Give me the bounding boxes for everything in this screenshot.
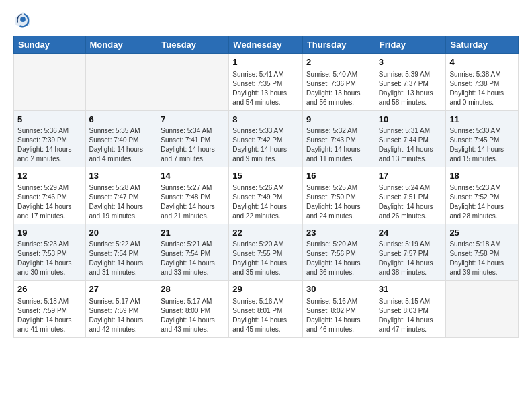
weekday-header-saturday: Saturday — [446, 36, 519, 54]
day-info: Sunrise: 5:25 AMSunset: 7:50 PMDaylight:… — [306, 183, 371, 221]
day-number: 3 — [379, 56, 443, 68]
calendar-week-1: 1Sunrise: 5:41 AMSunset: 7:35 PMDaylight… — [14, 54, 519, 111]
day-info: Sunrise: 5:17 AMSunset: 7:59 PMDaylight:… — [89, 297, 154, 334]
day-number: 30 — [306, 283, 371, 295]
day-info: Sunrise: 5:41 AMSunset: 7:35 PMDaylight:… — [232, 70, 299, 107]
logo-icon — [13, 10, 32, 29]
logo — [13, 10, 35, 29]
calendar-cell: 6Sunrise: 5:35 AMSunset: 7:40 PMDaylight… — [85, 110, 157, 167]
calendar-cell: 8Sunrise: 5:33 AMSunset: 7:42 PMDaylight… — [229, 110, 303, 167]
day-number: 12 — [17, 170, 82, 182]
day-number: 20 — [89, 227, 154, 239]
calendar-cell: 18Sunrise: 5:23 AMSunset: 7:52 PMDayligh… — [446, 167, 519, 224]
calendar-week-5: 26Sunrise: 5:18 AMSunset: 7:59 PMDayligh… — [14, 281, 519, 338]
day-info: Sunrise: 5:39 AMSunset: 7:37 PMDaylight:… — [379, 70, 443, 107]
day-info: Sunrise: 5:30 AMSunset: 7:45 PMDaylight:… — [449, 126, 515, 164]
day-number: 21 — [161, 227, 225, 239]
calendar-cell: 13Sunrise: 5:28 AMSunset: 7:47 PMDayligh… — [85, 167, 157, 224]
calendar-cell: 16Sunrise: 5:25 AMSunset: 7:50 PMDayligh… — [302, 167, 375, 224]
day-info: Sunrise: 5:36 AMSunset: 7:39 PMDaylight:… — [17, 126, 82, 164]
day-info: Sunrise: 5:38 AMSunset: 7:38 PMDaylight:… — [449, 70, 515, 107]
calendar-cell: 24Sunrise: 5:19 AMSunset: 7:57 PMDayligh… — [375, 224, 446, 281]
calendar-cell: 19Sunrise: 5:23 AMSunset: 7:53 PMDayligh… — [14, 224, 86, 281]
calendar-cell: 31Sunrise: 5:15 AMSunset: 8:03 PMDayligh… — [375, 281, 446, 338]
day-info: Sunrise: 5:32 AMSunset: 7:43 PMDaylight:… — [306, 126, 371, 164]
day-number: 13 — [89, 170, 154, 182]
day-info: Sunrise: 5:15 AMSunset: 8:03 PMDaylight:… — [379, 297, 443, 334]
day-number: 8 — [232, 113, 299, 126]
day-info: Sunrise: 5:34 AMSunset: 7:41 PMDaylight:… — [161, 126, 225, 164]
day-info: Sunrise: 5:35 AMSunset: 7:40 PMDaylight:… — [89, 126, 154, 164]
day-info: Sunrise: 5:33 AMSunset: 7:42 PMDaylight:… — [232, 126, 299, 164]
day-info: Sunrise: 5:29 AMSunset: 7:46 PMDaylight:… — [17, 183, 82, 221]
header — [13, 10, 519, 29]
calendar-cell: 22Sunrise: 5:20 AMSunset: 7:55 PMDayligh… — [229, 224, 303, 281]
calendar-cell — [157, 54, 229, 111]
day-info: Sunrise: 5:20 AMSunset: 7:55 PMDaylight:… — [232, 240, 299, 277]
day-info: Sunrise: 5:16 AMSunset: 8:02 PMDaylight:… — [306, 297, 371, 334]
calendar-cell: 1Sunrise: 5:41 AMSunset: 7:35 PMDaylight… — [229, 54, 303, 111]
calendar-cell — [85, 54, 157, 111]
day-number: 27 — [89, 283, 154, 295]
day-info: Sunrise: 5:31 AMSunset: 7:44 PMDaylight:… — [379, 126, 443, 164]
calendar-table: SundayMondayTuesdayWednesdayThursdayFrid… — [13, 36, 519, 338]
day-info: Sunrise: 5:27 AMSunset: 7:48 PMDaylight:… — [161, 183, 225, 221]
day-number: 2 — [306, 56, 371, 68]
day-number: 24 — [379, 227, 443, 239]
calendar-cell: 12Sunrise: 5:29 AMSunset: 7:46 PMDayligh… — [14, 167, 86, 224]
weekday-header-friday: Friday — [375, 36, 446, 54]
day-info: Sunrise: 5:19 AMSunset: 7:57 PMDaylight:… — [379, 240, 443, 277]
weekday-header-sunday: Sunday — [14, 36, 86, 54]
day-number: 17 — [379, 170, 443, 182]
day-number: 31 — [379, 283, 443, 295]
calendar-cell: 11Sunrise: 5:30 AMSunset: 7:45 PMDayligh… — [446, 110, 519, 167]
calendar-cell: 28Sunrise: 5:17 AMSunset: 8:00 PMDayligh… — [157, 281, 229, 338]
calendar-cell: 23Sunrise: 5:20 AMSunset: 7:56 PMDayligh… — [302, 224, 375, 281]
day-number: 19 — [17, 227, 82, 239]
calendar-cell: 26Sunrise: 5:18 AMSunset: 7:59 PMDayligh… — [14, 281, 86, 338]
calendar-cell: 9Sunrise: 5:32 AMSunset: 7:43 PMDaylight… — [302, 110, 375, 167]
weekday-header-tuesday: Tuesday — [157, 36, 229, 54]
day-info: Sunrise: 5:26 AMSunset: 7:49 PMDaylight:… — [232, 183, 299, 221]
calendar-cell: 2Sunrise: 5:40 AMSunset: 7:36 PMDaylight… — [302, 54, 375, 111]
day-number: 5 — [17, 113, 82, 126]
calendar-cell: 5Sunrise: 5:36 AMSunset: 7:39 PMDaylight… — [14, 110, 86, 167]
day-number: 18 — [449, 170, 515, 182]
calendar-cell: 3Sunrise: 5:39 AMSunset: 7:37 PMDaylight… — [375, 54, 446, 111]
day-info: Sunrise: 5:20 AMSunset: 7:56 PMDaylight:… — [306, 240, 371, 277]
day-number: 6 — [89, 113, 154, 126]
day-info: Sunrise: 5:24 AMSunset: 7:51 PMDaylight:… — [379, 183, 443, 221]
day-info: Sunrise: 5:21 AMSunset: 7:54 PMDaylight:… — [161, 240, 225, 277]
day-info: Sunrise: 5:18 AMSunset: 7:58 PMDaylight:… — [449, 240, 515, 277]
calendar-header-row: SundayMondayTuesdayWednesdayThursdayFrid… — [14, 36, 519, 54]
calendar-cell: 21Sunrise: 5:21 AMSunset: 7:54 PMDayligh… — [157, 224, 229, 281]
calendar-week-2: 5Sunrise: 5:36 AMSunset: 7:39 PMDaylight… — [14, 110, 519, 167]
day-number: 1 — [232, 56, 299, 68]
calendar-cell: 20Sunrise: 5:22 AMSunset: 7:54 PMDayligh… — [85, 224, 157, 281]
calendar-cell — [446, 281, 519, 338]
day-number: 29 — [232, 283, 299, 295]
calendar-cell: 14Sunrise: 5:27 AMSunset: 7:48 PMDayligh… — [157, 167, 229, 224]
day-number: 23 — [306, 227, 371, 239]
day-number: 10 — [379, 113, 443, 126]
day-info: Sunrise: 5:22 AMSunset: 7:54 PMDaylight:… — [89, 240, 154, 277]
calendar-cell: 17Sunrise: 5:24 AMSunset: 7:51 PMDayligh… — [375, 167, 446, 224]
day-number: 15 — [232, 170, 299, 182]
day-info: Sunrise: 5:23 AMSunset: 7:52 PMDaylight:… — [449, 183, 515, 221]
calendar-cell: 27Sunrise: 5:17 AMSunset: 7:59 PMDayligh… — [85, 281, 157, 338]
calendar-cell — [14, 54, 86, 111]
day-number: 7 — [161, 113, 225, 126]
day-number: 16 — [306, 170, 371, 182]
day-number: 11 — [449, 113, 515, 126]
calendar-week-3: 12Sunrise: 5:29 AMSunset: 7:46 PMDayligh… — [14, 167, 519, 224]
day-number: 25 — [449, 227, 515, 239]
calendar-cell: 4Sunrise: 5:38 AMSunset: 7:38 PMDaylight… — [446, 54, 519, 111]
day-number: 14 — [161, 170, 225, 182]
weekday-header-thursday: Thursday — [302, 36, 375, 54]
day-info: Sunrise: 5:40 AMSunset: 7:36 PMDaylight:… — [306, 70, 371, 107]
page: SundayMondayTuesdayWednesdayThursdayFrid… — [0, 0, 532, 411]
day-number: 26 — [17, 283, 82, 295]
calendar-cell: 10Sunrise: 5:31 AMSunset: 7:44 PMDayligh… — [375, 110, 446, 167]
day-info: Sunrise: 5:17 AMSunset: 8:00 PMDaylight:… — [161, 297, 225, 334]
day-info: Sunrise: 5:28 AMSunset: 7:47 PMDaylight:… — [89, 183, 154, 221]
